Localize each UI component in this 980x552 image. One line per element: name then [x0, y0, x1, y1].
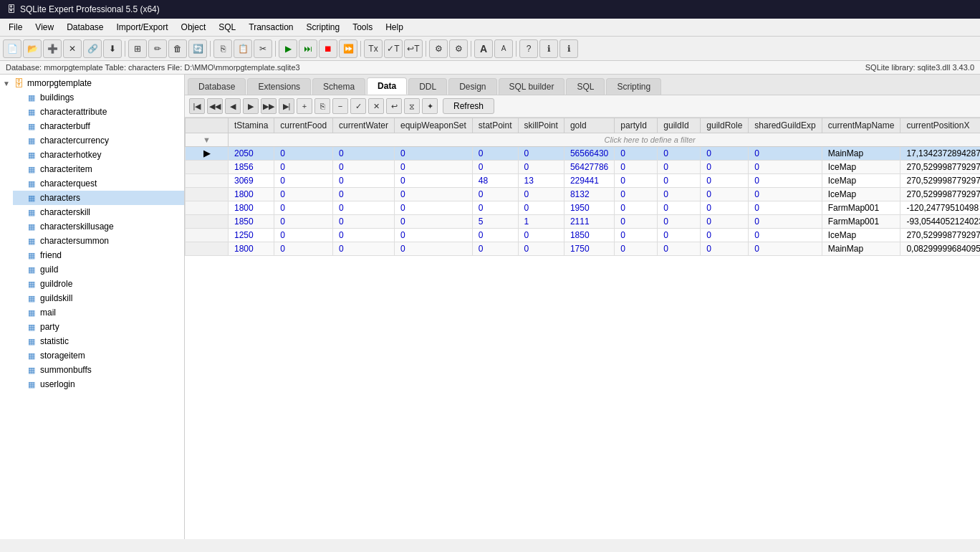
cell-tstamina[interactable]: 1250	[229, 229, 274, 242]
nav-next[interactable]: ▶	[243, 98, 259, 114]
cell-tstamina[interactable]: 2050	[229, 147, 274, 161]
cell-guildid[interactable]: 0	[658, 242, 701, 256]
delete-row-btn[interactable]: −	[332, 98, 348, 114]
refresh-button[interactable]: Refresh	[443, 98, 494, 114]
rollback-btn[interactable]: ↩T	[404, 39, 423, 58]
cell-sharedguildexp[interactable]: 0	[749, 229, 822, 242]
cell-currentpositionx[interactable]: -93,0544052124023	[900, 215, 980, 229]
commit-btn[interactable]: ✓T	[384, 39, 403, 58]
table-row[interactable]: 18000000081320000IceMap270,5299987792973…	[186, 188, 981, 201]
stop-btn[interactable]: ⏹	[319, 39, 337, 58]
cell-statpoint[interactable]: 0	[472, 201, 518, 215]
cell-equipweaponset[interactable]: 0	[394, 161, 472, 174]
tab-extensions[interactable]: Extensions	[247, 78, 311, 95]
cell-sharedguildexp[interactable]: 0	[749, 161, 822, 174]
cell-tstamina[interactable]: 1800	[229, 188, 274, 201]
cell-currentmapname[interactable]: IceMap	[822, 188, 900, 201]
open-btn[interactable]: 📂	[23, 39, 42, 58]
cell-currentpositionx[interactable]: 17,1342372894287	[900, 147, 980, 161]
tab-data[interactable]: Data	[367, 77, 407, 95]
table-charactercurrency[interactable]: ▦ charactercurrency	[13, 133, 184, 148]
table-guildskill[interactable]: ▦ guildskill	[13, 291, 184, 305]
cell-equipweaponset[interactable]: 0	[394, 174, 472, 188]
cell-partyid[interactable]: 0	[615, 161, 658, 174]
cell-tstamina[interactable]: 1850	[229, 215, 274, 229]
col-partyid[interactable]: partyId	[615, 118, 658, 133]
cell-skillpoint[interactable]: 0	[518, 242, 564, 256]
begin-btn[interactable]: Tx	[364, 39, 383, 58]
cell-currentpositionx[interactable]: 0,0829999968409538	[900, 242, 980, 256]
nav-prev-page[interactable]: ◀◀	[207, 98, 223, 114]
cell-guildid[interactable]: 0	[658, 229, 701, 242]
about-btn[interactable]: ℹ	[559, 39, 578, 58]
cell-gold[interactable]: 56566430	[564, 147, 614, 161]
menu-object[interactable]: Object	[176, 20, 212, 34]
cell-statpoint[interactable]: 5	[472, 215, 518, 229]
cell-currentwater[interactable]: 0	[333, 147, 395, 161]
cell-guildrole[interactable]: 0	[701, 242, 749, 256]
table-row[interactable]: 12500000018500000IceMap270,5299987792973…	[186, 229, 981, 242]
table-btn[interactable]: ⊞	[128, 39, 147, 58]
cell-partyid[interactable]: 0	[615, 147, 658, 161]
table-storageitem[interactable]: ▦ storageitem	[13, 348, 184, 363]
cell-guildid[interactable]: 0	[658, 201, 701, 215]
table-characteritem[interactable]: ▦ characteritem	[13, 162, 184, 176]
cell-currentwater[interactable]: 0	[333, 229, 395, 242]
cell-skillpoint[interactable]: 1	[518, 215, 564, 229]
menu-scripting[interactable]: Scripting	[301, 20, 346, 34]
copy-btn[interactable]: ⎘	[213, 39, 232, 58]
options-btn[interactable]: ⚙	[449, 39, 468, 58]
cut-btn[interactable]: ✂	[254, 39, 272, 58]
table-guildrole[interactable]: ▦ guildrole	[13, 277, 184, 291]
cell-currentfood[interactable]: 0	[274, 174, 333, 188]
cell-equipweaponset[interactable]: 0	[394, 201, 472, 215]
cell-guildrole[interactable]: 0	[701, 229, 749, 242]
menu-sql[interactable]: SQL	[213, 20, 241, 34]
star-btn[interactable]: ✦	[422, 98, 438, 114]
cell-guildid[interactable]: 0	[658, 147, 701, 161]
col-skillpoint[interactable]: skillPoint	[518, 118, 564, 133]
menu-transaction[interactable]: Transaction	[243, 20, 299, 34]
tab-sql-builder[interactable]: SQL builder	[499, 78, 565, 95]
run-btn[interactable]: ▶	[279, 39, 297, 58]
table-characterquest[interactable]: ▦ characterquest	[13, 176, 184, 191]
cell-sharedguildexp[interactable]: 0	[749, 201, 822, 215]
data-table-container[interactable]: tStamina currentFood currentWater equipW…	[185, 118, 980, 539]
menu-tools[interactable]: Tools	[347, 20, 378, 34]
table-row[interactable]: 18000000019500000FarmMap001-120,24779510…	[186, 201, 981, 215]
cell-guildrole[interactable]: 0	[701, 215, 749, 229]
menu-database[interactable]: Database	[61, 20, 109, 34]
cell-currentpositionx[interactable]: 270,529998779297	[900, 188, 980, 201]
cell-statpoint[interactable]: 0	[472, 161, 518, 174]
table-characterbuff[interactable]: ▦ characterbuff	[13, 119, 184, 133]
db-node[interactable]: ▼ 🗄 mmorpgtemplate	[0, 76, 184, 90]
apply-btn[interactable]: ✓	[350, 98, 366, 114]
cell-statpoint[interactable]: 0	[472, 242, 518, 256]
table-charactersummon[interactable]: ▦ charactersummon	[13, 234, 184, 248]
cell-currentwater[interactable]: 0	[333, 161, 395, 174]
cell-currentmapname[interactable]: MainMap	[822, 242, 900, 256]
table-row[interactable]: 306900048132294410000IceMap270,529998779…	[186, 174, 981, 188]
cell-sharedguildexp[interactable]: 0	[749, 147, 822, 161]
tab-sql[interactable]: SQL	[566, 78, 605, 95]
cell-guildrole[interactable]: 0	[701, 201, 749, 215]
col-gold[interactable]: gold	[564, 118, 614, 133]
run-all-btn[interactable]: ⏭	[299, 39, 317, 58]
cell-tstamina[interactable]: 1800	[229, 201, 274, 215]
tab-scripting[interactable]: Scripting	[606, 78, 661, 95]
skip-btn[interactable]: ⏩	[339, 39, 357, 58]
tab-schema[interactable]: Schema	[312, 78, 365, 95]
cell-tstamina[interactable]: 3069	[229, 174, 274, 188]
col-currentpositionx[interactable]: currentPositionX	[900, 118, 980, 133]
cell-currentmapname[interactable]: IceMap	[822, 229, 900, 242]
col-statpoint[interactable]: statPoint	[472, 118, 518, 133]
settings-btn[interactable]: ⚙	[429, 39, 448, 58]
filter-placeholder[interactable]: Click here to define a filter	[229, 133, 981, 147]
cell-guildrole[interactable]: 0	[701, 147, 749, 161]
table-mail[interactable]: ▦ mail	[13, 305, 184, 320]
table-row[interactable]: 18500005121110000FarmMap001-93,054405212…	[186, 215, 981, 229]
cell-guildrole[interactable]: 0	[701, 161, 749, 174]
filter-btn[interactable]: ⧖	[404, 98, 420, 114]
tab-ddl[interactable]: DDL	[408, 78, 447, 95]
cell-sharedguildexp[interactable]: 0	[749, 242, 822, 256]
